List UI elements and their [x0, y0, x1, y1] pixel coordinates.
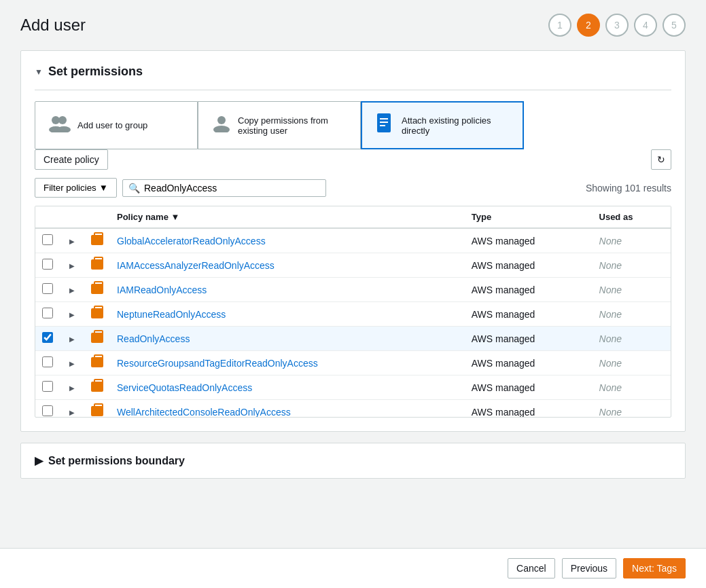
- row-checkbox-0[interactable]: [42, 234, 53, 245]
- col-header-check: [35, 206, 60, 228]
- row-policy-name-cell: ServiceQuotasReadOnlyAccess: [110, 375, 465, 400]
- row-expand-cell: ▶: [60, 400, 84, 418]
- step-3[interactable]: 3: [605, 14, 629, 37]
- policy-link-5[interactable]: ResourceGroupsandTagEditorReadOnlyAccess: [117, 358, 318, 369]
- step-navigation: 1 2 3 4 5: [548, 14, 686, 37]
- row-type-cell: AWS managed: [465, 278, 593, 302]
- row-icon-cell: [84, 351, 110, 375]
- row-checkbox-5[interactable]: [42, 356, 53, 367]
- row-checkbox-cell: [35, 375, 60, 400]
- row-used-as-cell: None: [593, 375, 671, 400]
- step-5[interactable]: 5: [663, 14, 686, 37]
- policy-link-7[interactable]: WellArchitectedConsoleReadOnlyAccess: [117, 407, 291, 418]
- tab-copy-permissions-label: Copy permissions from existing user: [238, 115, 347, 136]
- table-row: ▶ GlobalAcceleratorReadOnlyAccess AWS ma…: [35, 228, 671, 253]
- policy-link-2[interactable]: IAMReadOnlyAccess: [117, 284, 207, 295]
- policy-link-6[interactable]: ServiceQuotasReadOnlyAccess: [117, 382, 252, 393]
- expand-button-6[interactable]: ▶: [67, 383, 77, 393]
- expand-button-4[interactable]: ▶: [67, 334, 77, 344]
- refresh-icon: ↻: [657, 154, 665, 165]
- policy-link-3[interactable]: NeptuneReadOnlyAccess: [117, 309, 226, 320]
- tab-copy-permissions[interactable]: Copy permissions from existing user: [198, 101, 361, 149]
- policy-link-4[interactable]: ReadOnlyAccess: [117, 333, 190, 344]
- sort-icon: ▼: [171, 212, 180, 222]
- row-type-cell: AWS managed: [465, 327, 593, 351]
- set-boundary-header[interactable]: ▶ Set permissions boundary: [35, 454, 671, 467]
- search-input[interactable]: [144, 183, 320, 194]
- policy-link-0[interactable]: GlobalAcceleratorReadOnlyAccess: [117, 236, 266, 246]
- row-checkbox-cell: [35, 327, 60, 351]
- filter-chevron-icon: ▼: [99, 183, 108, 193]
- row-type-cell: AWS managed: [465, 228, 593, 253]
- set-boundary-label: Set permissions boundary: [48, 455, 185, 467]
- chevron-icon: ▼: [35, 67, 43, 77]
- row-checkbox-cell: [35, 253, 60, 278]
- row-icon-cell: [84, 400, 110, 418]
- policy-icon-1: [91, 259, 103, 270]
- row-checkbox-6[interactable]: [42, 381, 53, 392]
- permission-tabs: Add user to group Copy permissions from …: [35, 101, 671, 149]
- col-header-policy-name[interactable]: Policy name ▼: [110, 206, 465, 228]
- row-used-as-cell: None: [593, 351, 671, 375]
- svg-point-4: [217, 116, 226, 124]
- row-used-as-cell: None: [593, 278, 671, 302]
- set-permissions-label: Set permissions: [48, 65, 143, 79]
- row-checkbox-3[interactable]: [42, 308, 53, 318]
- expand-button-2[interactable]: ▶: [67, 285, 77, 295]
- tab-attach-policies[interactable]: Attach existing policies directly: [361, 101, 524, 149]
- refresh-button[interactable]: ↻: [651, 149, 671, 170]
- row-expand-cell: ▶: [60, 302, 84, 327]
- step-4[interactable]: 4: [634, 14, 657, 37]
- table-scroll-area[interactable]: Policy name ▼ Type Used as ▶: [35, 206, 671, 417]
- filter-policies-button[interactable]: Filter policies ▼: [35, 178, 117, 198]
- step-2[interactable]: 2: [577, 14, 600, 37]
- search-toolbar: Filter policies ▼ 🔍 Showing 101 results: [35, 178, 671, 198]
- policy-link-1[interactable]: IAMAccessAnalyzerReadOnlyAccess: [117, 260, 275, 271]
- table-row: ▶ ReadOnlyAccess AWS managed None: [35, 327, 671, 351]
- row-icon-cell: [84, 228, 110, 253]
- policy-icon-0: [91, 235, 103, 245]
- row-used-as-cell: None: [593, 327, 671, 351]
- svg-point-5: [213, 126, 230, 132]
- row-expand-cell: ▶: [60, 375, 84, 400]
- create-policy-button[interactable]: Create policy: [35, 149, 108, 170]
- row-checkbox-4[interactable]: [42, 332, 53, 343]
- policy-icon-6: [91, 382, 103, 392]
- cancel-button[interactable]: Cancel: [508, 558, 555, 578]
- row-type-cell: AWS managed: [465, 302, 593, 327]
- expand-button-0[interactable]: ▶: [67, 236, 77, 246]
- toolbar-left: Create policy: [35, 149, 108, 170]
- step-1[interactable]: 1: [548, 14, 571, 37]
- col-header-expand: [60, 206, 84, 228]
- policy-toolbar: Create policy ↻: [35, 149, 671, 170]
- row-expand-cell: ▶: [60, 278, 84, 302]
- row-policy-name-cell: IAMReadOnlyAccess: [110, 278, 465, 302]
- policy-icon-4: [91, 333, 103, 343]
- row-checkbox-7[interactable]: [42, 405, 53, 416]
- tab-add-group[interactable]: Add user to group: [35, 101, 198, 149]
- policy-table: Policy name ▼ Type Used as ▶: [35, 206, 671, 417]
- expand-button-7[interactable]: ▶: [67, 407, 77, 417]
- policy-icon-7: [91, 406, 103, 416]
- row-checkbox-cell: [35, 400, 60, 418]
- expand-button-1[interactable]: ▶: [67, 261, 77, 271]
- row-icon-cell: [84, 327, 110, 351]
- row-checkbox-1[interactable]: [42, 259, 53, 270]
- previous-button[interactable]: Previous: [562, 558, 616, 578]
- row-checkbox-cell: [35, 351, 60, 375]
- policy-table-body: ▶ GlobalAcceleratorReadOnlyAccess AWS ma…: [35, 228, 671, 417]
- set-permissions-header[interactable]: ▼ Set permissions: [35, 65, 671, 79]
- row-type-cell: AWS managed: [465, 400, 593, 418]
- policy-icon-3: [91, 308, 103, 318]
- row-used-as-cell: None: [593, 253, 671, 278]
- doc-icon: [376, 112, 395, 139]
- svg-point-1: [58, 116, 67, 124]
- next-button[interactable]: Next: Tags: [623, 558, 686, 578]
- expand-button-3[interactable]: ▶: [67, 310, 77, 320]
- row-used-as-cell: None: [593, 302, 671, 327]
- row-expand-cell: ▶: [60, 351, 84, 375]
- row-checkbox-2[interactable]: [42, 283, 53, 294]
- results-count: Showing 101 results: [586, 183, 671, 194]
- row-checkbox-cell: [35, 228, 60, 253]
- expand-button-5[interactable]: ▶: [67, 359, 77, 369]
